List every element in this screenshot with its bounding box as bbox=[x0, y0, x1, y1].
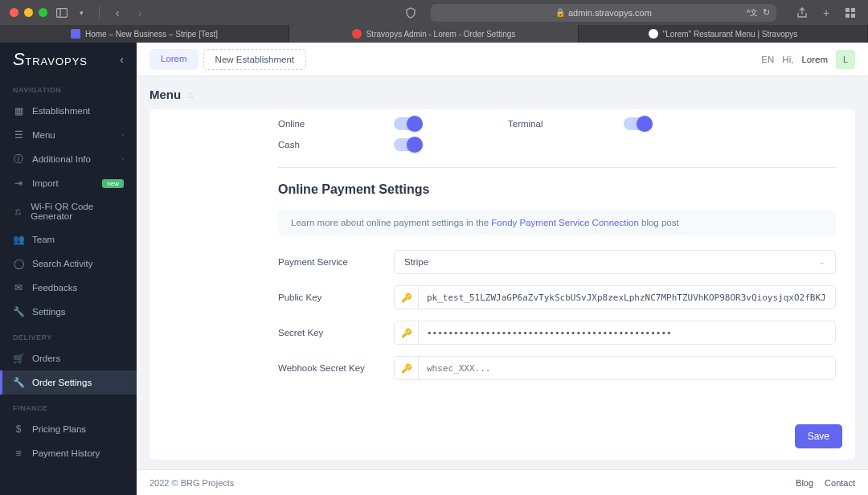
toggle-online[interactable] bbox=[394, 117, 421, 130]
page-title-bar: Menu ⌂ bbox=[137, 76, 868, 109]
logo: STRAVOPYS bbox=[13, 49, 88, 70]
blog-link[interactable]: Blog bbox=[796, 478, 813, 488]
webhook-key-label: Webhook Secret Key bbox=[278, 363, 394, 373]
toggle-terminal[interactable] bbox=[624, 117, 651, 130]
sidebar-toggle-icon[interactable] bbox=[54, 5, 70, 21]
lock-icon: 🔒 bbox=[555, 8, 565, 17]
forward-button[interactable]: › bbox=[132, 5, 148, 21]
browser-chrome: ▾ ‹ › 🔒 admin.stravopys.com ᴬ文 ↻ + bbox=[0, 0, 868, 25]
reload-icon[interactable]: ↻ bbox=[763, 7, 770, 18]
cart-icon: 🛒 bbox=[13, 353, 24, 364]
settings-card: Online Terminal Cash Online Payment bbox=[149, 109, 855, 460]
maximize-window-button[interactable] bbox=[39, 8, 47, 17]
history-icon: ≡ bbox=[13, 448, 24, 459]
new-badge: new bbox=[102, 179, 124, 188]
sidebar-item-menu[interactable]: ☰ Menu › bbox=[0, 123, 137, 147]
sidebar-item-import[interactable]: ⇥ Import new bbox=[0, 171, 137, 195]
tab-overview-icon[interactable] bbox=[842, 5, 858, 21]
key-icon: 🔑 bbox=[394, 321, 418, 345]
toggle-cash[interactable] bbox=[394, 138, 421, 151]
wifi-icon: ⎌ bbox=[13, 206, 23, 217]
key-icon: 🔑 bbox=[394, 356, 418, 380]
sidebar-item-feedbacks[interactable]: ✉ Feedbacks bbox=[0, 276, 137, 300]
divider bbox=[278, 167, 836, 168]
pricing-icon: $ bbox=[13, 423, 24, 435]
chevron-down-icon: ⌄ bbox=[819, 258, 825, 266]
toggle-label-cash: Cash bbox=[278, 140, 394, 149]
sidebar: STRAVOPYS ‹ NAVIGATION ▦ Establishment ☰… bbox=[0, 43, 137, 495]
section-title: Online Payment Settings bbox=[278, 182, 836, 197]
svg-rect-4 bbox=[845, 14, 850, 18]
public-key-input[interactable] bbox=[418, 285, 836, 309]
svg-rect-2 bbox=[845, 8, 850, 12]
sidebar-item-order-settings[interactable]: 🔧 Order Settings bbox=[0, 370, 137, 395]
sidebar-item-team[interactable]: 👥 Team bbox=[0, 227, 137, 252]
address-bar[interactable]: 🔒 admin.stravopys.com ᴬ文 ↻ bbox=[431, 4, 776, 22]
svg-rect-3 bbox=[851, 8, 855, 12]
info-banner: Learn more about online payment settings… bbox=[278, 210, 836, 235]
payment-service-select[interactable]: Stripe ⌄ bbox=[394, 250, 836, 274]
page-title: Menu bbox=[149, 88, 181, 101]
sidebar-item-settings[interactable]: 🔧 Settings bbox=[0, 300, 137, 324]
close-window-button[interactable] bbox=[10, 8, 18, 17]
sidebar-item-search-activity[interactable]: ◯ Search Activity bbox=[0, 252, 137, 276]
favicon bbox=[71, 29, 80, 39]
avatar[interactable]: L bbox=[836, 50, 855, 69]
payment-service-label: Payment Service bbox=[278, 257, 394, 267]
sidebar-item-additional-info[interactable]: ⓘ Additional Info › bbox=[0, 147, 137, 171]
secret-key-input[interactable] bbox=[418, 321, 836, 345]
toggle-label-terminal: Terminal bbox=[508, 119, 624, 129]
copyright: 2022 © BRG Projects bbox=[149, 478, 234, 488]
search-icon: ◯ bbox=[13, 258, 24, 269]
minimize-window-button[interactable] bbox=[24, 8, 33, 17]
wrench-icon: 🔧 bbox=[13, 377, 24, 388]
translate-icon[interactable]: ᴬ文 bbox=[747, 7, 758, 18]
sidebar-item-pricing-plans[interactable]: $ Pricing Plans bbox=[0, 417, 137, 441]
favicon bbox=[352, 29, 362, 39]
public-key-label: Public Key bbox=[278, 292, 394, 302]
sidebar-item-orders[interactable]: 🛒 Orders bbox=[0, 346, 137, 370]
save-button[interactable]: Save bbox=[795, 424, 842, 448]
chevron-down-icon[interactable]: ▾ bbox=[73, 5, 89, 21]
url-text: admin.stravopys.com bbox=[568, 8, 652, 18]
webhook-key-input[interactable] bbox=[418, 356, 836, 380]
establishment-tab[interactable]: Lorem bbox=[149, 49, 199, 70]
team-icon: 👥 bbox=[13, 234, 24, 245]
fondy-link[interactable]: Fondy Payment Service Connection bbox=[491, 218, 638, 227]
browser-tabs: Home – New Business – Stripe [Test] Stra… bbox=[0, 25, 868, 43]
favicon bbox=[649, 29, 658, 39]
chevron-right-icon: › bbox=[121, 155, 124, 163]
back-button[interactable]: ‹ bbox=[109, 5, 125, 21]
share-icon[interactable] bbox=[794, 5, 810, 21]
browser-tab[interactable]: "Lorem" Restaurant Menu | Stravopys bbox=[579, 25, 868, 43]
new-establishment-tab[interactable]: New Establishment bbox=[203, 49, 306, 70]
browser-tab[interactable]: Stravopys Admin - Lorem - Order Settings bbox=[289, 25, 579, 43]
footer: 2022 © BRG Projects Blog Contact bbox=[137, 469, 868, 495]
home-icon[interactable]: ⌂ bbox=[187, 89, 193, 100]
username: Lorem bbox=[801, 55, 828, 64]
import-icon: ⇥ bbox=[13, 178, 24, 189]
collapse-sidebar-icon[interactable]: ‹ bbox=[120, 53, 124, 66]
sidebar-item-establishment[interactable]: ▦ Establishment bbox=[0, 99, 137, 123]
nav-section-title: DELIVERY bbox=[0, 324, 137, 346]
toggle-label-online: Online bbox=[278, 119, 394, 129]
browser-tab[interactable]: Home – New Business – Stripe [Test] bbox=[0, 25, 289, 43]
secret-key-label: Secret Key bbox=[278, 328, 394, 338]
language-selector[interactable]: EN bbox=[761, 55, 774, 64]
sidebar-item-payment-history[interactable]: ≡ Payment History bbox=[0, 441, 137, 465]
new-tab-icon[interactable]: + bbox=[818, 5, 834, 21]
building-icon: ▦ bbox=[13, 105, 24, 117]
info-icon: ⓘ bbox=[13, 153, 24, 165]
menu-icon: ☰ bbox=[13, 129, 24, 141]
key-icon: 🔑 bbox=[394, 285, 418, 309]
topbar: Lorem New Establishment EN Hi, Lorem L bbox=[137, 43, 868, 76]
shield-icon[interactable] bbox=[403, 5, 419, 21]
wrench-icon: 🔧 bbox=[13, 306, 24, 317]
svg-rect-0 bbox=[57, 8, 68, 17]
nav-section-title: NAVIGATION bbox=[0, 76, 137, 99]
traffic-lights bbox=[10, 8, 47, 17]
sidebar-item-wifi[interactable]: ⎌ Wi-Fi QR Code Generator bbox=[0, 195, 137, 227]
chat-icon: ✉ bbox=[13, 282, 24, 293]
main-content: Lorem New Establishment EN Hi, Lorem L M… bbox=[137, 43, 868, 495]
contact-link[interactable]: Contact bbox=[825, 478, 855, 488]
